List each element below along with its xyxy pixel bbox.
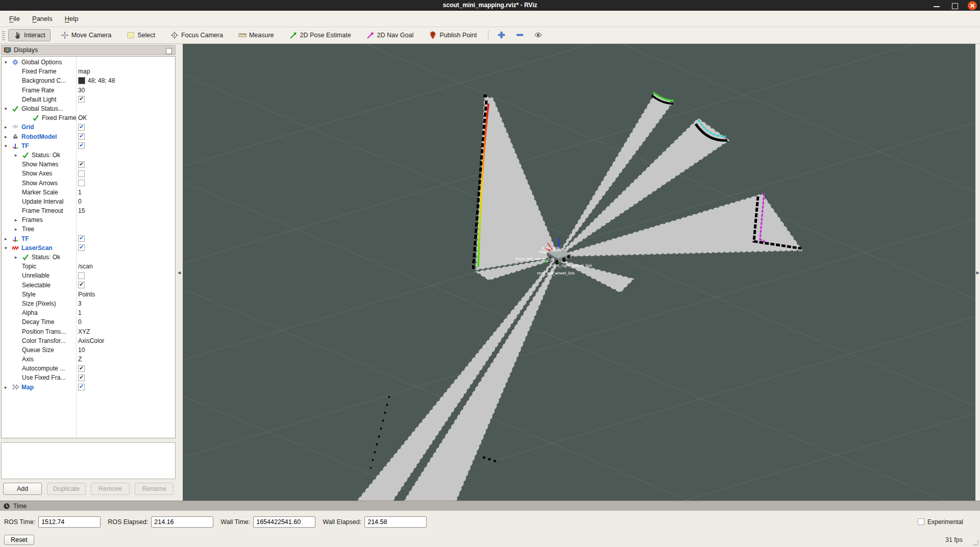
display-row-style[interactable]: StylePoints [2,290,175,299]
3d-viewport[interactable]: mapodombase_linkfront_left_wheel_linkfro… [183,44,975,501]
display-row-axis[interactable]: AxisZ [2,355,175,364]
reset-button[interactable]: Reset [4,535,34,545]
menu-item-help[interactable]: Help [59,13,85,24]
tool-eye-button[interactable] [531,29,545,41]
expand-arrow[interactable]: ▸ [15,227,22,232]
checkbox[interactable] [78,235,85,242]
ros-time-input[interactable] [38,516,101,528]
display-row-unreliable[interactable]: Unreliable [2,271,175,280]
display-row-position-trans[interactable]: Position Trans...XYZ [2,327,175,336]
tool-2d-pose-estimate[interactable]: 2D Pose Estimate [284,29,356,41]
checkbox[interactable] [78,124,85,131]
checkbox[interactable] [78,282,85,288]
wall-elapsed-input[interactable] [364,516,427,528]
checkbox[interactable] [78,161,85,168]
display-row-frame-timeout[interactable]: Frame Timeout15 [2,206,175,215]
menu-item-panels[interactable]: Panels [26,13,59,24]
checkbox[interactable] [78,133,85,140]
display-row-decay-time[interactable]: Decay Time0 [2,317,175,327]
display-row-robotmodel[interactable]: ▸RobotModel [2,132,175,141]
panel-collapse-handle-left[interactable]: ◀ [176,45,183,501]
tool-plus-button[interactable] [495,29,508,41]
checkbox[interactable] [78,170,85,177]
display-row-tree[interactable]: ▸Tree [2,225,175,234]
duplicate-button[interactable]: Duplicate [47,483,86,495]
display-row-size-pixels[interactable]: Size (Pixels)3 [2,299,175,308]
display-row-global-status[interactable]: ▾Global Status... [2,104,175,113]
display-row-frame-rate[interactable]: Frame Rate30 [2,86,175,95]
display-row-default-light[interactable]: Default Light [2,95,175,104]
expand-arrow[interactable]: ▸ [5,385,12,390]
tool-select[interactable]: Select [121,29,160,41]
display-row-topic[interactable]: Topic/scan [2,262,175,271]
tool-2d-nav-goal[interactable]: 2D Nav Goal [361,29,419,41]
display-row-show-axes[interactable]: Show Axes [2,169,175,178]
tool-interact[interactable]: Interact [8,29,51,41]
expand-arrow[interactable]: ▾ [5,60,12,65]
expand-arrow[interactable]: ▸ [5,134,12,139]
display-row-grid[interactable]: ▸Grid [2,122,175,132]
add-button[interactable]: Add [3,483,42,495]
display-row-laserscan[interactable]: ▾LaserScan [2,243,175,253]
panel-float-icon[interactable] [166,48,172,54]
expand-arrow[interactable]: ▾ [5,106,12,111]
display-row-show-names[interactable]: Show Names [2,160,175,169]
display-row-status-ok[interactable]: ▸Status: Ok [2,151,175,160]
tool-minus-button[interactable] [513,29,526,41]
time-panel-header[interactable]: Time [0,501,980,511]
checkbox[interactable] [78,96,85,103]
display-row-update-interval[interactable]: Update Interval0 [2,197,175,206]
display-row-autocompute[interactable]: Autocompute ... [2,364,175,373]
display-row-use-fixed-fra[interactable]: Use Fixed Fra... [2,373,175,382]
checkbox[interactable] [78,365,85,372]
checkbox[interactable] [78,244,85,251]
maximize-icon[interactable] [949,2,961,10]
display-row-queue-size[interactable]: Queue Size10 [2,345,175,355]
display-row-global-options[interactable]: ▾Global Options [2,58,175,67]
checkbox[interactable] [78,375,85,381]
expand-arrow[interactable]: ▾ [5,143,12,148]
tool-move-camera[interactable]: Move Camera [56,29,117,41]
menu-item-file[interactable]: File [3,13,26,24]
display-row-status-ok[interactable]: ▸Status: Ok [2,253,175,262]
displays-panel-header[interactable]: Displays [1,45,176,55]
checkbox[interactable] [78,142,85,149]
display-row-selectable[interactable]: Selectable [2,281,175,290]
checkbox[interactable] [78,272,85,279]
display-row-color-transfor[interactable]: Color Transfor...AxisColor [2,336,175,345]
display-row-tf[interactable]: ▾TF [2,141,175,151]
display-row-frames[interactable]: ▸Frames [2,215,175,225]
tool-focus-camera[interactable]: Focus Camera [165,29,228,41]
expand-arrow[interactable]: ▸ [5,236,12,241]
expand-arrow[interactable]: ▸ [15,217,22,222]
tool-measure[interactable]: Measure [233,29,279,41]
checkbox[interactable] [78,384,85,390]
display-row-show-arrows[interactable]: Show Arrows [2,178,175,187]
toolbar-drag-handle[interactable] [2,30,5,40]
display-row-fixed-frame[interactable]: Fixed Framemap [2,67,175,76]
display-row-alpha[interactable]: Alpha1 [2,308,175,317]
time-panel-title: Time [13,503,27,510]
remove-button[interactable]: Remove [91,483,130,495]
resize-grip-icon[interactable] [973,540,979,546]
ros-elapsed-input[interactable] [151,516,213,528]
rename-button[interactable]: Rename [135,483,174,495]
display-row-map[interactable]: ▸Map [2,383,175,392]
display-tree[interactable]: ▾Global OptionsFixed FramemapBackground … [1,56,176,438]
display-row-fixed-frame[interactable]: Fixed FrameOK [2,113,175,122]
display-row-background-c[interactable]: Background C...48; 48; 48 [2,76,175,85]
expand-arrow[interactable]: ▸ [5,125,12,130]
panel-collapse-handle-right[interactable]: ▶ [975,45,980,501]
expand-arrow[interactable]: ▸ [15,255,22,260]
expand-arrow[interactable]: ▾ [5,245,12,251]
display-row-tf[interactable]: ▸TF [2,234,175,243]
checkbox[interactable] [78,180,85,186]
minimize-icon[interactable] [931,2,942,10]
experimental-checkbox[interactable] [918,518,924,525]
wall-time-input[interactable] [253,516,315,528]
display-row-marker-scale[interactable]: Marker Scale1 [2,188,175,197]
close-icon[interactable] [968,1,977,10]
expand-arrow[interactable]: ▸ [15,153,22,158]
tool-publish-point[interactable]: Publish Point [424,29,482,41]
titlebar[interactable]: scout_mini_mapping.rviz* - RViz [0,0,980,11]
